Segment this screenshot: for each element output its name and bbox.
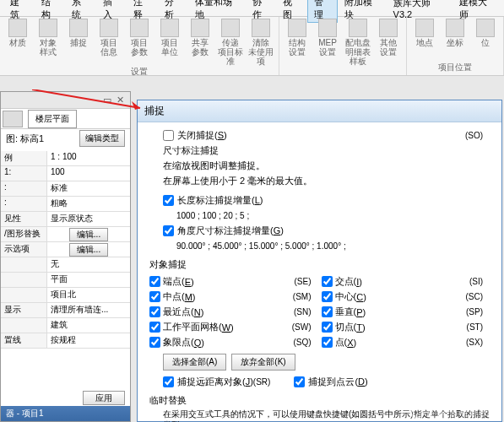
property-value[interactable]: 项目北 [47, 288, 130, 302]
property-row[interactable]: 例1 : 100 [1, 151, 130, 166]
ribbon-item[interactable]: MEP设置 [313, 19, 342, 66]
property-key [1, 318, 47, 333]
snap-checkbox[interactable] [149, 306, 160, 317]
ribbon-icon [160, 19, 179, 37]
snap-checkbox[interactable] [322, 276, 333, 287]
ribbon-item[interactable]: 地点 [410, 19, 439, 47]
ribbon-icon [69, 19, 88, 37]
property-row[interactable]: 建筑 [1, 318, 130, 333]
property-row[interactable]: 1:100 [1, 166, 130, 181]
property-key [1, 273, 47, 287]
ribbon-item[interactable]: 项目单位 [155, 19, 184, 66]
snap-checkbox[interactable] [322, 337, 333, 348]
snap-option[interactable]: 中点(M) [149, 289, 281, 304]
ribbon-label: 项目信息 [100, 38, 117, 57]
ribbon-group-2: 结构设置MEP设置配电盘明细表样板其他设置 [279, 17, 407, 75]
panel-close-icon[interactable]: ✕ [114, 95, 127, 106]
property-value[interactable]: 平面 [47, 273, 130, 287]
release-all-button[interactable]: 放弃全部(K) [231, 354, 295, 371]
ribbon-icon [221, 19, 240, 37]
snap-option[interactable]: 点(X) [322, 335, 453, 349]
property-value[interactable]: 按规程 [47, 333, 130, 348]
length-snap-label: 长度标注捕捉增量(L) [177, 194, 263, 207]
ribbon-item[interactable]: 捕捉 [64, 19, 93, 66]
ribbon-icon [288, 19, 306, 37]
snap-checkbox[interactable] [149, 276, 160, 287]
ribbon-item[interactable]: 项目信息 [95, 19, 123, 66]
ribbon-icon [191, 19, 209, 37]
property-row[interactable]: 置线按规程 [1, 333, 130, 349]
snap-option[interactable]: 交点(I) [322, 274, 453, 289]
panel-pin-icon[interactable]: ▭ [100, 95, 114, 106]
property-value[interactable]: 粗略 [47, 197, 130, 211]
property-value[interactable]: 标准 [47, 181, 130, 196]
property-value[interactable]: 无 [47, 257, 130, 272]
snap-option[interactable]: 垂直(P) [322, 305, 453, 319]
snap-checkbox[interactable] [149, 337, 160, 348]
snap-code: (SE) [285, 274, 318, 289]
snap-option[interactable]: 象限点(Q) [149, 335, 281, 349]
pointcloud-snap-label: 捕捉到点云(D) [308, 376, 367, 388]
snap-option[interactable]: 切点(T) [322, 320, 453, 334]
property-row[interactable]: 见性显示原状态 [1, 212, 130, 227]
snap-checkbox[interactable] [322, 306, 333, 317]
ribbon-item[interactable]: 其他设置 [374, 19, 403, 66]
snap-checkbox[interactable] [322, 291, 333, 302]
snap-code: (SX) [456, 335, 490, 349]
ribbon-label: 对象样式 [40, 38, 57, 57]
property-row[interactable]: /图形替换编辑... [1, 227, 130, 242]
ribbon-item[interactable]: 对象样式 [34, 19, 62, 66]
close-snap-code: (SO) [465, 131, 490, 140]
property-row[interactable]: 无 [1, 257, 130, 273]
ribbon-item[interactable]: 清除未使用项 [247, 19, 275, 66]
apply-button[interactable]: 应用 [83, 391, 125, 405]
ribbon-item[interactable]: 共享参数 [186, 19, 214, 66]
object-snap-title: 对象捕捉 [149, 258, 490, 271]
dim-title: 尺寸标注捕捉 [163, 144, 219, 157]
tab-floor-plan[interactable]: 楼层平面 [28, 110, 77, 128]
ribbon-group-settings: 材质对象样式捕捉项目信息项目参数项目单位共享参数传递项目标准清除未使用项 设置 [0, 17, 279, 75]
close-snap-checkbox[interactable] [163, 130, 174, 141]
ribbon-item[interactable]: 结构设置 [283, 19, 312, 66]
property-value[interactable]: 1 : 100 [47, 151, 130, 165]
snap-code: (ST) [456, 320, 490, 334]
pointcloud-snap-checkbox[interactable] [294, 376, 305, 387]
property-key: : [1, 181, 47, 196]
property-row[interactable]: :粗略 [1, 197, 130, 212]
property-key [1, 257, 47, 272]
watermark: 企鹅号: 优识教育 [410, 404, 497, 419]
ribbon-item[interactable]: 配电盘明细表样板 [344, 19, 372, 66]
snap-checkbox[interactable] [149, 322, 160, 333]
property-value[interactable]: 编辑... [47, 242, 130, 257]
ribbon-item[interactable]: 传递项目标准 [216, 19, 245, 66]
property-value[interactable]: 100 [47, 166, 130, 181]
property-value[interactable]: 显示原状态 [47, 212, 130, 226]
snap-code: (SP) [456, 305, 490, 319]
snap-checkbox[interactable] [322, 322, 333, 333]
property-value[interactable]: 建筑 [47, 318, 130, 333]
property-row[interactable]: :标准 [1, 181, 130, 197]
panel-header: ▭ ✕ [1, 92, 130, 109]
ribbon-item[interactable]: 位 [471, 19, 500, 47]
snap-option[interactable]: 端点(E) [149, 274, 281, 289]
angle-snap-checkbox[interactable] [163, 225, 174, 236]
property-value[interactable]: 编辑... [47, 227, 130, 241]
length-snap-checkbox[interactable] [163, 195, 174, 206]
property-row[interactable]: 项目北 [1, 288, 130, 303]
property-row[interactable]: 平面 [1, 273, 130, 288]
edit-type-button[interactable]: 编辑类型 [79, 130, 125, 147]
snap-option[interactable]: 最近点(N) [149, 305, 281, 319]
snap-option[interactable]: 中心(C) [322, 289, 453, 304]
snap-option[interactable]: 工作平面网格(W) [149, 320, 281, 334]
ribbon-item[interactable]: 材质 [3, 19, 32, 66]
remote-snap-checkbox[interactable] [163, 376, 174, 387]
ribbon-label: 传递项目标准 [216, 38, 245, 66]
property-row[interactable]: 显示清理所有墙连... [1, 303, 130, 318]
property-row[interactable]: 示选项编辑... [1, 242, 130, 257]
ribbon-item[interactable]: 坐标 [441, 19, 469, 47]
property-key: : [1, 197, 47, 211]
select-all-button[interactable]: 选择全部(A) [163, 354, 226, 371]
ribbon-item[interactable]: 项目参数 [125, 19, 154, 66]
property-value[interactable]: 清理所有墙连... [47, 303, 130, 317]
snap-checkbox[interactable] [149, 291, 160, 302]
